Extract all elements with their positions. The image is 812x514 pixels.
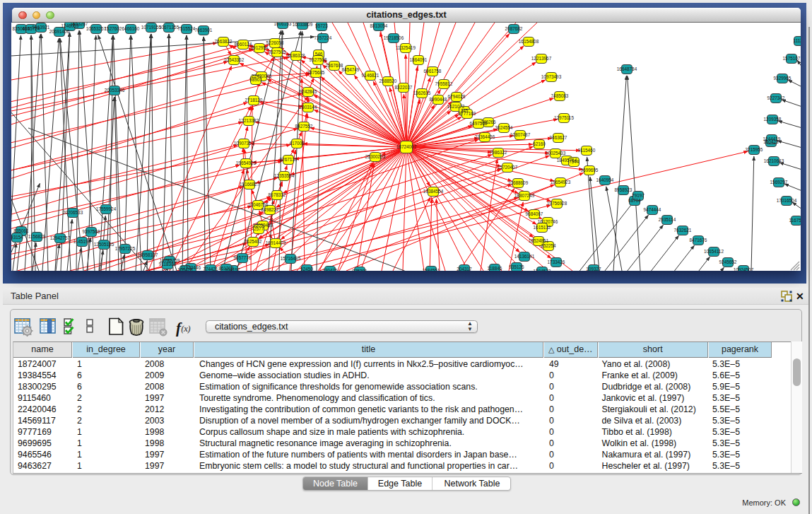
- svg-text:12505135: 12505135: [94, 242, 114, 247]
- svg-text:2803144: 2803144: [300, 105, 317, 110]
- svg-text:20206533: 20206533: [63, 210, 83, 215]
- svg-text:19384554: 19384554: [423, 189, 444, 194]
- svg-text:12213382: 12213382: [239, 118, 259, 123]
- svg-text:7625402: 7625402: [245, 239, 262, 244]
- svg-text:6961758: 6961758: [424, 69, 442, 74]
- svg-text:19166827: 19166827: [240, 182, 260, 187]
- svg-text:1527602: 1527602: [105, 26, 122, 31]
- svg-text:93154: 93154: [11, 235, 23, 240]
- svg-text:17559924: 17559924: [96, 206, 117, 211]
- svg-text:18807249: 18807249: [514, 193, 535, 198]
- svg-text:9474444: 9474444: [644, 207, 661, 212]
- svg-text:9463627: 9463627: [550, 135, 567, 140]
- svg-text:10973493: 10973493: [541, 74, 562, 79]
- svg-text:8660124: 8660124: [235, 42, 252, 47]
- svg-text:118846: 118846: [488, 266, 502, 271]
- svg-text:7515524: 7515524: [178, 26, 196, 31]
- svg-text:9118303: 9118303: [159, 262, 177, 267]
- svg-text:9245652: 9245652: [719, 259, 737, 264]
- svg-text:109327: 109327: [586, 267, 601, 271]
- svg-text:19654925: 19654925: [236, 160, 257, 165]
- svg-text:9684067: 9684067: [526, 211, 543, 216]
- svg-text:19756928: 19756928: [547, 201, 567, 206]
- svg-text:3215955: 3215955: [746, 147, 763, 152]
- svg-text:16914479: 16914479: [266, 240, 286, 245]
- svg-text:1733426: 1733426: [548, 259, 565, 264]
- svg-text:10653267: 10653267: [86, 26, 107, 31]
- svg-text:835061: 835061: [13, 228, 29, 233]
- svg-text:9327505: 9327505: [269, 49, 286, 54]
- svg-text:252254: 252254: [541, 243, 556, 248]
- svg-text:1584551: 1584551: [423, 268, 440, 271]
- svg-text:8990448: 8990448: [430, 97, 447, 102]
- svg-text:20691406: 20691406: [49, 29, 70, 34]
- svg-text:9327508: 9327508: [310, 57, 327, 62]
- svg-text:11122: 11122: [794, 38, 801, 43]
- svg-text:2087682: 2087682: [505, 26, 523, 31]
- svg-text:1362615: 1362615: [413, 90, 431, 95]
- svg-text:15720407: 15720407: [498, 165, 518, 170]
- svg-text:8498222: 8498222: [261, 207, 279, 212]
- svg-text:16210643: 16210643: [764, 158, 784, 163]
- svg-text:8813054: 8813054: [370, 23, 388, 28]
- svg-text:1640954: 1640954: [596, 177, 614, 182]
- svg-text:8471676: 8471676: [690, 238, 707, 243]
- svg-text:16154808: 16154808: [519, 39, 539, 44]
- svg-text:10046756: 10046756: [248, 202, 269, 207]
- svg-text:15716485: 15716485: [281, 256, 301, 261]
- svg-text:7544: 7544: [569, 159, 579, 164]
- svg-text:1615132: 1615132: [534, 225, 551, 230]
- svg-text:8678332: 8678332: [269, 192, 286, 197]
- svg-text:10671355: 10671355: [159, 25, 180, 30]
- svg-text:861203: 861203: [218, 266, 234, 271]
- svg-text:3875685: 3875685: [307, 70, 325, 75]
- svg-text:3624554: 3624554: [495, 125, 513, 130]
- svg-text:10807487: 10807487: [510, 132, 531, 137]
- svg-text:9777169: 9777169: [459, 111, 476, 116]
- svg-text:9397568: 9397568: [83, 229, 100, 234]
- svg-text:68704: 68704: [628, 198, 641, 203]
- svg-text:19218506: 19218506: [384, 35, 404, 40]
- svg-text:2577: 2577: [254, 226, 264, 231]
- svg-text:92450: 92450: [300, 267, 313, 271]
- svg-text:7955812: 7955812: [435, 81, 453, 86]
- svg-text:12353594: 12353594: [274, 173, 295, 178]
- svg-text:204317: 204317: [457, 267, 472, 271]
- svg-text:16648784: 16648784: [617, 66, 637, 71]
- svg-text:6466160: 6466160: [122, 26, 140, 31]
- svg-text:935126: 935126: [509, 264, 524, 269]
- svg-text:25300203: 25300203: [365, 154, 386, 159]
- svg-text:7663822: 7663822: [215, 39, 233, 44]
- svg-text:10924507: 10924507: [734, 267, 754, 271]
- svg-text:1209358: 1209358: [764, 117, 782, 122]
- svg-text:12942757: 12942757: [50, 235, 71, 240]
- svg-text:106423: 106423: [177, 267, 193, 271]
- svg-text:16120746: 16120746: [538, 219, 558, 224]
- svg-text:5226058: 5226058: [266, 40, 284, 45]
- svg-text:10543362: 10543362: [224, 57, 245, 62]
- svg-text:12975115: 12975115: [554, 115, 574, 120]
- svg-text:116753: 116753: [789, 218, 801, 223]
- svg-text:1606153: 1606153: [274, 23, 292, 26]
- svg-text:12213967: 12213967: [531, 56, 552, 61]
- svg-text:10688609: 10688609: [508, 180, 529, 185]
- svg-text:7632621: 7632621: [674, 228, 692, 233]
- svg-text:8186328: 8186328: [288, 53, 305, 58]
- svg-text:1569297: 1569297: [770, 180, 788, 185]
- svg-text:8267130: 8267130: [280, 157, 298, 162]
- svg-text:2367608: 2367608: [326, 63, 343, 68]
- svg-text:9699695: 9699695: [581, 168, 599, 173]
- svg-text:18724007: 18724007: [396, 144, 417, 149]
- svg-text:11325419: 11325419: [396, 45, 416, 50]
- svg-text:130476: 130476: [322, 268, 338, 271]
- svg-text:55723: 55723: [315, 23, 328, 28]
- svg-text:6497568: 6497568: [470, 121, 488, 126]
- svg-text:975201: 975201: [352, 269, 367, 271]
- svg-text:62160: 62160: [533, 141, 546, 146]
- svg-text:1204523: 1204523: [534, 269, 551, 271]
- svg-text:774421: 774421: [203, 267, 218, 271]
- svg-text:1244419: 1244419: [763, 136, 781, 141]
- svg-text:10025433: 10025433: [546, 151, 566, 156]
- svg-text:9657771: 9657771: [234, 255, 252, 260]
- svg-text:9115460: 9115460: [578, 148, 596, 153]
